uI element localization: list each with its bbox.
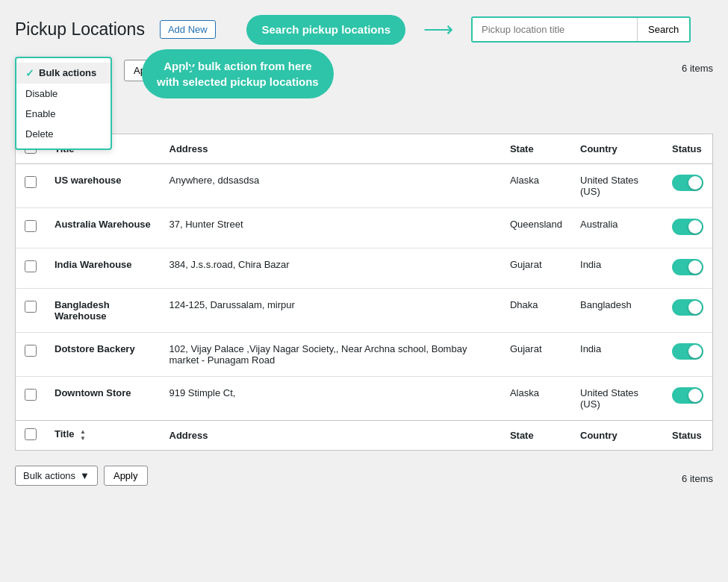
row-country: India [571, 248, 663, 288]
row-checkbox-cell [16, 248, 46, 288]
row-country: United States (US) [571, 376, 663, 420]
row-state: Gujarat [501, 332, 571, 376]
row-country: Australia [571, 207, 663, 248]
table-row: Australia Warehouse 37, Hunter Street Qu… [16, 207, 712, 248]
footer-row: Bulk actions ▼ Apply 6 items [15, 457, 713, 495]
footer-left: Bulk actions ▼ Apply [15, 466, 148, 486]
status-toggle[interactable] [672, 343, 703, 360]
main-table-container: Title Address State Country Status US wa… [15, 134, 713, 451]
row-checkbox[interactable] [25, 260, 37, 272]
row-checkbox-cell [16, 332, 46, 376]
row-checkbox-cell [16, 288, 46, 332]
row-title: Dotstore Backery [46, 332, 161, 376]
row-title: US warehouse [46, 163, 161, 207]
search-input[interactable] [473, 18, 637, 41]
row-title: Bangladesh Warehouse [46, 288, 161, 332]
select-all-footer-checkbox[interactable] [25, 428, 37, 440]
row-checkbox[interactable] [25, 220, 37, 232]
table-footer-row: Title ▲ ▼ Address State Country Status [16, 420, 712, 450]
row-address: 102, Vijay Palace ,Vijay Nagar Society,,… [161, 332, 501, 376]
row-status [663, 163, 712, 207]
row-title: Downtown Store [46, 376, 161, 420]
status-toggle[interactable] [672, 259, 703, 275]
footer-col-address: Address [161, 420, 501, 450]
bulk-option-delete[interactable]: Delete [16, 124, 111, 144]
table-row: Dotstore Backery 102, Vijay Palace ,Vija… [16, 332, 712, 376]
pickup-locations-table: Title Address State Country Status US wa… [16, 134, 712, 450]
add-new-button[interactable]: Add New [160, 20, 216, 39]
row-country: India [571, 332, 663, 376]
row-status [663, 288, 712, 332]
footer-col-country: Country [571, 420, 663, 450]
row-state: Alaska [501, 163, 571, 207]
row-checkbox-cell [16, 207, 46, 248]
search-callout-area: Search pickup locations ⟶ Search [225, 15, 713, 45]
col-address: Address [161, 134, 501, 164]
chevron-down-icon: ▼ [80, 470, 90, 481]
table-row: Downtown Store 919 Stimple Ct, Alaska Un… [16, 376, 712, 420]
row-state: Dhaka [501, 288, 571, 332]
table-header-row: Title Address State Country Status [16, 134, 712, 164]
col-country: Country [571, 134, 663, 164]
col-status: Status [663, 134, 712, 164]
table-row: US warehouse Anywhere, ddsasdsa Alaska U… [16, 163, 712, 207]
bulk-option-enable[interactable]: Enable [16, 104, 111, 124]
row-address: Anywhere, ddsasdsa [161, 163, 501, 207]
footer-items-count: 6 items [682, 467, 713, 484]
col-state: State [501, 134, 571, 164]
row-state: Gujarat [501, 248, 571, 288]
row-checkbox-cell [16, 163, 46, 207]
toolbar-left: ✓ Bulk actions Disable Enable Delete App… [15, 57, 168, 81]
search-callout-bubble: Search pickup locations [246, 15, 405, 45]
row-title: India Warehouse [46, 248, 161, 288]
bulk-action-callout: Apply bulk action from herewith selected… [142, 49, 334, 98]
table-row: India Warehouse 384, J.s.s.road, Chira B… [16, 248, 712, 288]
toolbar-row: ✓ Bulk actions Disable Enable Delete App… [15, 57, 713, 81]
row-checkbox[interactable] [25, 345, 37, 357]
status-toggle[interactable] [672, 219, 703, 235]
row-status [663, 376, 712, 420]
row-address: 919 Stimple Ct, [161, 376, 501, 420]
row-status [663, 207, 712, 248]
footer-col-checkbox [16, 420, 46, 450]
bulk-option-disable[interactable]: Disable [16, 84, 111, 104]
search-button[interactable]: Search [637, 18, 689, 41]
row-address: 37, Hunter Street [161, 207, 501, 248]
search-area: Search [471, 16, 691, 43]
title-sort-icon: ▲ ▼ [80, 429, 86, 442]
status-toggle[interactable] [672, 299, 703, 316]
row-state: Queensland [501, 207, 571, 248]
row-title: Australia Warehouse [46, 207, 161, 248]
row-checkbox[interactable] [25, 389, 37, 401]
row-checkbox[interactable] [25, 301, 37, 313]
status-toggle[interactable] [672, 387, 703, 404]
footer-bulk-select[interactable]: Bulk actions ▼ [15, 466, 98, 486]
row-checkbox[interactable] [25, 176, 37, 188]
row-address: 124-125, Darussalam, mirpur [161, 288, 501, 332]
row-status [663, 332, 712, 376]
bulk-actions-dropdown: ✓ Bulk actions Disable Enable Delete [15, 57, 112, 150]
footer-apply-button[interactable]: Apply [104, 466, 148, 486]
row-address: 384, J.s.s.road, Chira Bazar [161, 248, 501, 288]
row-state: Alaska [501, 376, 571, 420]
table-row: Bangladesh Warehouse 124-125, Darussalam… [16, 288, 712, 332]
row-status [663, 248, 712, 288]
status-toggle[interactable] [672, 175, 703, 191]
row-checkbox-cell [16, 376, 46, 420]
search-arrow-icon: ⟶ [423, 17, 453, 42]
bulk-dropdown-header: ✓ Bulk actions [16, 63, 111, 84]
footer-col-state: State [501, 420, 571, 450]
row-country: United States (US) [571, 163, 663, 207]
checkmark-icon: ✓ [25, 67, 34, 79]
page-title: Pickup Locations [15, 19, 145, 40]
row-country: Bangladesh [571, 288, 663, 332]
footer-col-status: Status [663, 420, 712, 450]
toolbar-items-count: 6 items [682, 57, 713, 74]
footer-col-title: Title ▲ ▼ [46, 420, 161, 450]
